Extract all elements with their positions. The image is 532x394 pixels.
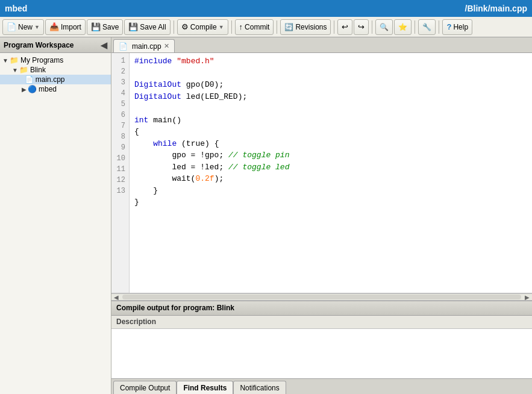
sidebar-item-blink[interactable]: ▼ 📁 Blink xyxy=(0,65,111,75)
redo-button[interactable] xyxy=(354,19,369,35)
notifications-tab-label: Notifications xyxy=(240,384,279,392)
line-num-10: 10 xyxy=(115,153,125,164)
sidebar-item-my-programs[interactable]: ▼ 📁 My Programs xyxy=(0,55,111,65)
bottom-table-header: Description xyxy=(111,316,532,329)
scroll-right-arrow[interactable]: ▶ xyxy=(522,294,532,301)
blink-label: Blink xyxy=(30,66,46,74)
expand-blink-icon[interactable]: ▼ xyxy=(12,67,18,73)
revisions-label: Revisions xyxy=(295,23,327,31)
save-button[interactable]: Save xyxy=(87,19,123,35)
sidebar: Program Workspace ◀ ▼ 📁 My Programs ▼ 📁 … xyxy=(0,37,111,394)
separator-5 xyxy=(372,20,372,34)
undo-button[interactable] xyxy=(337,19,352,35)
sidebar-title: Program Workspace xyxy=(4,41,74,49)
tool-button[interactable] xyxy=(418,19,436,35)
expand-maincpp-icon xyxy=(22,77,23,83)
main-cpp-file-icon: 📄 xyxy=(25,75,34,84)
scroll-track[interactable] xyxy=(122,295,521,299)
my-programs-label: My Programs xyxy=(20,56,63,64)
save-label: Save xyxy=(102,23,119,31)
sidebar-collapse-button[interactable]: ◀ xyxy=(101,40,107,50)
help-label: Help xyxy=(453,23,468,31)
description-column-header: Description xyxy=(116,317,156,326)
tab-file-icon: 📄 xyxy=(119,42,128,51)
code-content: 1 2 3 4 5 6 7 8 9 10 11 12 13 #include "… xyxy=(111,53,532,293)
expand-my-programs-icon[interactable]: ▼ xyxy=(2,57,8,64)
content-area: 📄 main.cpp ✕ 1 2 3 4 5 6 7 8 9 10 xyxy=(111,37,532,394)
save-all-icon xyxy=(128,22,138,31)
line-num-12: 12 xyxy=(115,175,125,186)
line-num-2: 2 xyxy=(115,66,125,77)
line-num-6: 6 xyxy=(115,110,125,120)
line-num-11: 11 xyxy=(115,164,125,175)
code-editor[interactable]: 1 2 3 4 5 6 7 8 9 10 11 12 13 #include "… xyxy=(111,53,532,293)
search-icon xyxy=(380,23,389,31)
tab-main-cpp[interactable]: 📄 main.cpp ✕ xyxy=(113,39,175,52)
code-lines[interactable]: #include "mbed.h" DigitalOut gpo(D0); Di… xyxy=(130,53,532,293)
import-icon xyxy=(49,22,59,31)
new-label: New xyxy=(18,23,33,31)
expand-mbed-icon[interactable]: ▶ xyxy=(22,86,27,93)
separator-3 xyxy=(277,20,277,34)
new-icon xyxy=(7,22,16,31)
main-cpp-label: main.cpp xyxy=(36,75,65,84)
toolbar: New ▼ Import Save Save All Compile ▼ Com… xyxy=(0,17,532,37)
line-num-1: 1 xyxy=(115,55,125,66)
line-num-3: 3 xyxy=(115,77,125,88)
scroll-left-arrow[interactable]: ◀ xyxy=(111,294,121,301)
line-num-7: 7 xyxy=(115,120,125,131)
mbed-icon: 🔵 xyxy=(28,85,37,93)
save-icon xyxy=(91,22,101,31)
import-button[interactable]: Import xyxy=(45,19,86,35)
undo-icon xyxy=(342,22,348,31)
sidebar-header: Program Workspace ◀ xyxy=(0,37,111,53)
star-button[interactable] xyxy=(394,19,412,35)
compile-button[interactable]: Compile ▼ xyxy=(177,19,228,35)
commit-icon xyxy=(239,22,243,31)
revisions-button[interactable]: Revisions xyxy=(280,19,331,35)
separator-6 xyxy=(415,20,415,34)
separator-7 xyxy=(439,20,439,34)
bottom-tab-bar: Compile Output Find Results Notification… xyxy=(111,378,532,394)
my-programs-folder-icon: 📁 xyxy=(10,56,19,64)
revisions-icon xyxy=(284,23,293,31)
line-num-5: 5 xyxy=(115,99,125,110)
sidebar-item-main-cpp[interactable]: 📄 main.cpp xyxy=(0,75,111,84)
line-num-8: 8 xyxy=(115,131,125,142)
import-label: Import xyxy=(61,23,81,31)
compile-icon xyxy=(181,22,189,31)
line-num-4: 4 xyxy=(115,88,125,99)
tab-compile-output[interactable]: Compile Output xyxy=(113,381,177,394)
save-all-button[interactable]: Save All xyxy=(124,19,170,35)
compile-label: Compile xyxy=(190,23,217,31)
bottom-panel: Compile output for program: Blink Descri… xyxy=(111,301,532,394)
separator-2 xyxy=(231,20,232,34)
tab-notifications[interactable]: Notifications xyxy=(233,381,286,394)
title-bar: mbed /Blink/main.cpp xyxy=(0,0,532,17)
save-all-label: Save All xyxy=(140,23,166,31)
sidebar-item-mbed[interactable]: ▶ 🔵 mbed xyxy=(0,84,111,94)
blink-folder-icon: 📁 xyxy=(19,66,28,74)
separator-4 xyxy=(334,20,334,34)
commit-button[interactable]: Commit xyxy=(235,19,274,35)
tab-close-button[interactable]: ✕ xyxy=(164,42,169,50)
main-layout: Program Workspace ◀ ▼ 📁 My Programs ▼ 📁 … xyxy=(0,37,532,394)
compile-dropdown-arrow[interactable]: ▼ xyxy=(219,24,224,30)
mbed-label: mbed xyxy=(39,85,57,93)
app-name: mbed xyxy=(5,4,27,13)
new-button[interactable]: New ▼ xyxy=(2,19,44,35)
tool-icon xyxy=(422,23,431,31)
line-num-9: 9 xyxy=(115,142,125,153)
new-dropdown-arrow[interactable]: ▼ xyxy=(34,24,40,30)
star-icon xyxy=(398,23,407,31)
sidebar-tree: ▼ 📁 My Programs ▼ 📁 Blink 📄 main.cpp xyxy=(0,53,111,394)
commit-label: Commit xyxy=(245,23,269,31)
tab-find-results[interactable]: Find Results xyxy=(177,381,233,394)
help-button[interactable]: Help xyxy=(442,19,472,35)
line-numbers: 1 2 3 4 5 6 7 8 9 10 11 12 13 xyxy=(111,53,130,293)
search-button[interactable] xyxy=(375,19,393,35)
editor-horizontal-scrollbar[interactable]: ◀ ▶ xyxy=(111,293,532,301)
compile-output-tab-label: Compile Output xyxy=(120,384,170,392)
redo-icon xyxy=(358,22,365,31)
help-icon xyxy=(446,22,451,31)
